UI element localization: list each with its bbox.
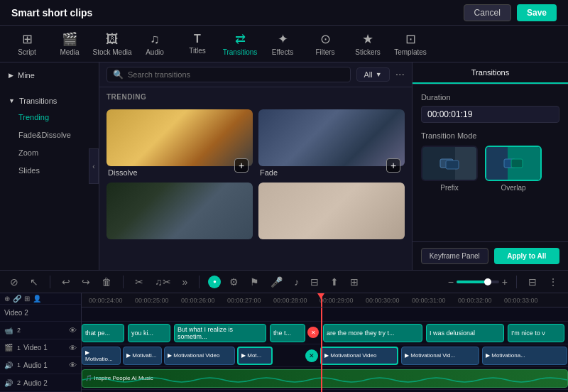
transition-blur[interactable]: [258, 183, 405, 241]
sidebar-item-zoom[interactable]: Zoom: [4, 144, 94, 161]
track-v2-eye[interactable]: 👁: [69, 326, 77, 334]
track-label-video1: 🎬 1 Video 1 👁: [0, 339, 81, 357]
text-overlay-icon[interactable]: ⊟: [307, 275, 322, 289]
save-button[interactable]: Save: [517, 4, 557, 21]
toolbar-media-label: Media: [60, 48, 79, 56]
clip-motivational-vid[interactable]: ▶ Motivational Vid...: [401, 347, 479, 365]
person-icon[interactable]: 👤: [33, 295, 41, 303]
left-panel-transitions-header[interactable]: ▼ Transitions: [0, 94, 99, 108]
music-icon[interactable]: ♪: [291, 275, 302, 289]
toolbar-audio[interactable]: ♫ Audio: [133, 27, 176, 61]
delete-icon[interactable]: 🗑: [99, 275, 114, 289]
filter-chevron-icon: ▼: [376, 71, 382, 78]
keyframe-panel-button[interactable]: Keyframe Panel: [421, 248, 488, 264]
apply-to-all-button[interactable]: Apply to All: [494, 248, 560, 264]
app-title: Smart short clips: [11, 7, 92, 18]
track-a1-eye[interactable]: 👁: [69, 361, 77, 369]
settings-icon[interactable]: ⋮: [545, 275, 561, 289]
toolbar-templates[interactable]: ⊡ Templates: [389, 27, 432, 61]
transition-marker: ✕: [305, 349, 318, 362]
playhead-line: [321, 307, 322, 392]
transition-fade[interactable]: + Fade: [258, 109, 405, 177]
undo-icon[interactable]: ↩: [59, 275, 73, 289]
clip-but-what[interactable]: But what I realize is sometim...: [174, 324, 266, 342]
search-input[interactable]: [128, 70, 344, 79]
track-label-text-audio2: Audio 2: [23, 379, 77, 387]
clip-motivationa[interactable]: ▶ Motivationa...: [482, 347, 567, 365]
track-a2-num: 2: [17, 379, 21, 386]
duration-input[interactable]: [421, 106, 559, 123]
clip-i-was-delusional[interactable]: I was delusional: [426, 324, 504, 342]
filter-label: All: [364, 70, 373, 79]
transition-city[interactable]: [106, 183, 253, 241]
fade-label: Fade: [258, 166, 405, 177]
more-tools-icon[interactable]: »: [180, 275, 191, 289]
track-v1-eye[interactable]: 👁: [69, 344, 77, 352]
tab-transitions[interactable]: Transitions: [413, 62, 568, 84]
layout-icon[interactable]: ⊟: [525, 275, 540, 289]
zoom-slider-thumb[interactable]: [484, 278, 491, 285]
add-track-icon[interactable]: ⊞: [24, 295, 30, 303]
media-icon: 🎬: [62, 31, 77, 47]
zoom-in-button[interactable]: +: [502, 276, 508, 288]
speed-icon[interactable]: ⚙: [226, 275, 241, 289]
left-panel-mine-header[interactable]: ▶ Mine: [0, 68, 99, 82]
clip-motivational-video[interactable]: ▶ Motivational Video: [164, 347, 235, 365]
redo-icon[interactable]: ↪: [79, 275, 93, 289]
zoom-slider[interactable]: [457, 281, 499, 283]
mode-overlap[interactable]: Overlap: [485, 146, 542, 192]
cursor-icon[interactable]: ↖: [27, 275, 41, 289]
toolbar-media[interactable]: 🎬 Media: [48, 27, 91, 61]
transition-dissolve[interactable]: + Dissolve: [106, 109, 253, 177]
track-v2-icon: 📹: [4, 327, 13, 334]
track-v1-num: 1: [17, 344, 21, 352]
toolbar-effects[interactable]: ✦ Effects: [261, 27, 304, 61]
sidebar-item-fade-dissolve[interactable]: Fade&Dissolve: [4, 126, 94, 143]
split-icon[interactable]: ⊘: [7, 275, 21, 289]
mode-prefix[interactable]: Prefix: [421, 146, 478, 192]
cancel-button[interactable]: Cancel: [464, 4, 511, 21]
record-icon[interactable]: ●: [208, 276, 221, 288]
picture-in-picture-icon[interactable]: ⊞: [347, 275, 361, 289]
fade-add-button[interactable]: +: [386, 158, 400, 173]
track-v2-num: 2: [17, 327, 21, 334]
clip-the-t[interactable]: the t...: [270, 324, 305, 342]
toolbar-transitions[interactable]: ⇄ Transitions: [219, 27, 261, 61]
timeline-toolbar: ⊘ ↖ ↩ ↪ 🗑 ✂ ♫✂ » ● ⚙ ⚑ 🎤 ♪ ⊟ ⬆ ⊞ − + ⊟ ⋮: [0, 271, 568, 293]
flag-icon[interactable]: ⚑: [247, 275, 262, 289]
dissolve-add-button[interactable]: +: [234, 158, 248, 173]
sidebar-item-trending[interactable]: Trending: [4, 109, 94, 126]
export-icon[interactable]: ⬆: [327, 275, 342, 289]
more-options-button[interactable]: ···: [395, 68, 405, 81]
timeline-ruler: 00:00:24:00 00:00:25:00 00:00:26:00 00:0…: [82, 293, 568, 307]
cut-icon[interactable]: ✂: [132, 275, 146, 289]
panel-collapse-button[interactable]: ‹: [89, 148, 99, 184]
audio-split-icon[interactable]: ♫✂: [152, 275, 174, 289]
zoom-out-button[interactable]: −: [448, 276, 454, 288]
clip-that-pe[interactable]: that pe...: [82, 324, 124, 342]
waveform-svg: [82, 374, 567, 386]
mic-icon[interactable]: 🎤: [268, 275, 285, 289]
toolbar-filters[interactable]: ⊙ Filters: [304, 27, 346, 61]
clip-motivational-2[interactable]: ▶ Motivati...: [123, 347, 162, 365]
clip-mot[interactable]: ▶ Mot...: [237, 347, 273, 365]
top-bar: Smart short clips Cancel Save: [0, 0, 568, 26]
toolbar-titles[interactable]: T Titles: [176, 27, 219, 61]
clip-inspire-music[interactable]: 🎵 Inspire People AI Music: [82, 369, 568, 388]
filter-button[interactable]: All ▼: [356, 67, 390, 82]
toolbar-titles-label: Titles: [189, 47, 206, 55]
clip-you-ki[interactable]: you ki...: [128, 324, 170, 342]
sidebar-item-slides[interactable]: Slides: [4, 162, 94, 179]
clip-motivational-video-2[interactable]: ▶ Motivational Video: [320, 347, 398, 365]
toolbar-stickers[interactable]: ★ Stickers: [346, 27, 389, 61]
snap-icon[interactable]: ⊕: [4, 295, 10, 303]
toolbar-script[interactable]: ⊞ Script: [6, 27, 48, 61]
svg-rect-3: [511, 159, 523, 168]
link-icon[interactable]: 🔗: [13, 295, 21, 303]
clip-are-the-more[interactable]: are the more they try t...: [323, 324, 422, 342]
blur-label: [258, 239, 405, 241]
toolbar-stock-media[interactable]: 🖼 Stock Media: [91, 27, 133, 61]
splice-marker: ✕: [307, 327, 319, 338]
clip-motivational-1[interactable]: ▶ Motivatio...: [82, 347, 121, 365]
clip-im-nice[interactable]: I'm nice to v: [508, 324, 564, 342]
